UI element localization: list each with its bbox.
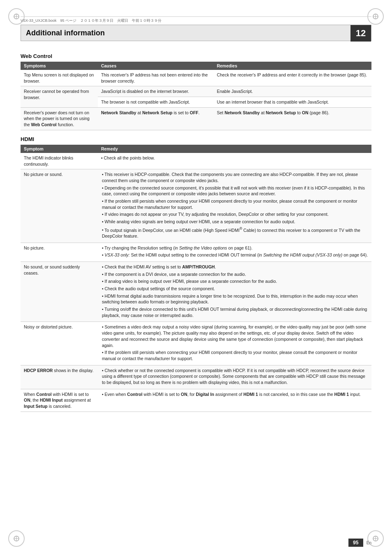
wc-col-causes: Causes: [98, 62, 214, 70]
table-row: Noisy or distorted picture. Sometimes a …: [21, 322, 371, 365]
page-number-badge: 95: [348, 539, 363, 547]
footer: 95 En: [21, 539, 371, 547]
wc-col-remedies: Remedies: [214, 62, 371, 70]
wc-symptom-2: Receiver cannot be operated from browser…: [21, 86, 98, 107]
wc-cause-2b: The browser is not compatible with JavaS…: [98, 97, 214, 108]
main-content: Web Control Symptoms Causes Remedies Top…: [21, 47, 371, 530]
wc-cause-3: Network Standby at Network Setup is set …: [98, 107, 214, 130]
wc-remedy-2a: Enable JavaScript.: [214, 86, 371, 97]
wc-remedy-1: Check the receiver's IP address and ente…: [214, 70, 371, 86]
web-control-table: Symptoms Causes Remedies Top Menu screen…: [21, 62, 371, 130]
hdmi-symptom-1: The HDMI indicator blinks continuously.: [21, 153, 98, 169]
wc-cause-2a: JavaScript is disabled on the internet b…: [98, 86, 214, 97]
wc-remedy-3: Set Network Standby at Network Setup to …: [214, 107, 371, 130]
table-row: HDCP ERROR shows in the display. Check w…: [21, 365, 371, 389]
hdmi-symptom-5: Noisy or distorted picture.: [21, 322, 98, 365]
hdmi-remedy-7: Even when Control with HDMI is set to ON…: [98, 389, 371, 412]
hdmi-remedy-1: • Check all the points below.: [98, 153, 371, 169]
table-row: No picture or sound. This receiver is HD…: [21, 169, 371, 243]
hdmi-remedy-3: Try changing the Resolution setting (in …: [98, 243, 371, 261]
hdmi-symptom-4: No sound, or sound suddenly ceases.: [21, 261, 98, 322]
hdmi-symptom-7: When Control with HDMI is set to ON, the…: [21, 389, 98, 412]
table-row: Top Menu screen is not displayed on brow…: [21, 70, 371, 86]
hdmi-symptom-6: HDCP ERROR shows in the display.: [21, 365, 98, 389]
page-title: Additional information: [26, 29, 105, 37]
hdmi-col-remedy: Remedy: [98, 145, 371, 153]
wc-cause-1: This receiver's IP address has not been …: [98, 70, 214, 86]
wc-remedy-2b: Use an internet browser that is compatib…: [214, 97, 371, 108]
hdmi-table: Symptom Remedy The HDMI indicator blinks…: [21, 145, 371, 412]
table-row: The HDMI indicator blinks continuously. …: [21, 153, 371, 169]
filepath-text: VSX-33_UXJCB.book 95 ページ ２０１０年３月９日 火曜日 午…: [21, 18, 161, 23]
filepath-line: VSX-33_UXJCB.book 95 ページ ２０１０年３月９日 火曜日 午…: [21, 16, 371, 25]
page-container: VSX-33_UXJCB.book 95 ページ ２０１０年３月９日 火曜日 午…: [0, 0, 392, 555]
table-row: When Control with HDMI is set to ON, the…: [21, 389, 371, 412]
hdmi-section-title: HDMI: [21, 136, 371, 142]
table-row: Receiver cannot be operated from browser…: [21, 86, 371, 97]
hdmi-remedy-2: This receiver is HDCP-compatible. Check …: [98, 169, 371, 243]
web-control-section-title: Web Control: [21, 53, 371, 59]
hdmi-remedy-5: Sometimes a video deck may output a nois…: [98, 322, 371, 365]
wc-symptom-3: Receiver's power does not turn on when t…: [21, 107, 98, 130]
chapter-badge: 12: [350, 25, 371, 42]
wc-col-symptoms: Symptoms: [21, 62, 98, 70]
hdmi-symptom-2: No picture or sound.: [21, 169, 98, 243]
hdmi-col-symptom: Symptom: [21, 145, 98, 153]
table-row: No picture. Try changing the Resolution …: [21, 243, 371, 261]
table-row: No sound, or sound suddenly ceases. Chec…: [21, 261, 371, 322]
hdmi-symptom-3: No picture.: [21, 243, 98, 261]
table-row: Receiver's power does not turn on when t…: [21, 107, 371, 130]
hdmi-remedy-6: Check whether or not the connected compo…: [98, 365, 371, 389]
footer-lang: En: [367, 541, 371, 545]
header-bar: Additional information 12: [21, 25, 371, 41]
hdmi-remedy-4: Check that the HDMI AV setting is set to…: [98, 261, 371, 322]
wc-symptom-1: Top Menu screen is not displayed on brow…: [21, 70, 98, 86]
